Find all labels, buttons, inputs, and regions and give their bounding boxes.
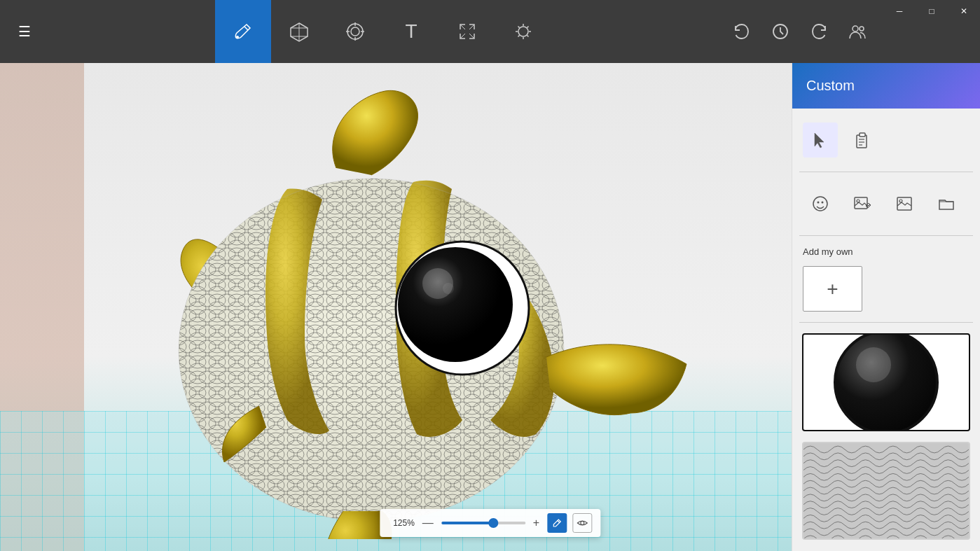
scales-texture-preview — [803, 442, 969, 540]
svg-point-26 — [853, 26, 858, 32]
people-icon — [848, 22, 867, 41]
zoom-track[interactable] — [441, 522, 525, 524]
hamburger-icon: ☰ — [18, 23, 31, 40]
selection-icon — [345, 21, 366, 42]
add-icon: + — [827, 278, 838, 300]
svg-point-16 — [518, 27, 528, 36]
action-group — [724, 11, 875, 53]
image-edit-button[interactable] — [845, 186, 880, 221]
svg-line-22 — [527, 35, 528, 36]
pencil-icon — [552, 518, 562, 528]
selection-tool-button[interactable] — [327, 0, 383, 63]
svg-point-7 — [351, 27, 359, 36]
history-button[interactable] — [763, 11, 798, 53]
panel-header: Custom — [792, 63, 980, 109]
svg-point-6 — [347, 24, 363, 39]
panel-icon-row-1 — [799, 116, 973, 165]
menu-button[interactable]: ☰ — [7, 0, 42, 63]
effects-tool-button[interactable] — [495, 0, 551, 63]
canvas-area: Custom — [0, 63, 980, 551]
tool-group: T — [42, 0, 724, 63]
svg-point-57 — [581, 522, 584, 525]
resize-tool-button[interactable] — [439, 0, 495, 63]
divider-3 — [799, 322, 973, 323]
cursor-icon — [811, 131, 829, 149]
divider-2 — [799, 235, 973, 236]
scales-texture-item[interactable] — [802, 442, 970, 540]
undo-icon — [733, 22, 751, 41]
minimize-button[interactable]: ─ — [883, 0, 916, 22]
svg-rect-51 — [855, 197, 867, 209]
close-button[interactable]: ✕ — [948, 0, 980, 22]
brush-tool-button[interactable] — [215, 0, 271, 63]
zoom-track-fill — [441, 522, 493, 524]
eye-texture-item[interactable] — [802, 333, 970, 431]
svg-point-49 — [817, 202, 820, 204]
svg-point-27 — [860, 27, 864, 31]
zoom-minus-button[interactable]: — — [420, 517, 436, 529]
history-icon — [771, 22, 789, 41]
panel-content: Add my own + — [792, 109, 980, 551]
people-button[interactable] — [840, 11, 875, 53]
eye-icon — [577, 519, 588, 527]
svg-line-14 — [460, 34, 465, 39]
3d-objects-tool-button[interactable] — [271, 0, 327, 63]
right-panel: Custom — [792, 63, 980, 551]
undo-button[interactable] — [724, 11, 759, 53]
panel-title: Custom — [806, 78, 855, 94]
add-texture-button[interactable]: + — [803, 266, 862, 312]
divider-1 — [799, 172, 973, 172]
effects-icon — [513, 21, 534, 42]
text-tool-button[interactable]: T — [383, 0, 439, 63]
zoom-bar: 125% — + — [380, 509, 600, 537]
eye-texture-preview — [834, 333, 939, 431]
fish-3d-model[interactable] — [70, 77, 701, 551]
zoom-value: 125% — [388, 518, 415, 528]
svg-line-23 — [527, 27, 528, 28]
maximize-button[interactable]: □ — [916, 0, 948, 22]
paste-tool-button[interactable] — [845, 123, 880, 158]
zoom-eye-button[interactable] — [572, 513, 592, 533]
text-icon: T — [405, 20, 417, 43]
svg-line-56 — [558, 521, 560, 523]
sticker-button[interactable] — [803, 186, 838, 221]
sticker-icon — [811, 195, 829, 213]
panel-icon-row-2 — [799, 179, 973, 228]
add-own-label: Add my own — [799, 243, 973, 263]
svg-rect-44 — [860, 133, 865, 137]
redo-icon — [810, 22, 828, 41]
zoom-plus-button[interactable]: + — [531, 517, 541, 529]
3d-icon — [289, 21, 310, 42]
brush-icon — [233, 21, 254, 42]
image-icon — [895, 195, 913, 213]
svg-point-54 — [899, 200, 902, 202]
folder-button[interactable] — [929, 186, 964, 221]
svg-line-24 — [518, 35, 520, 36]
svg-point-42 — [443, 283, 454, 294]
svg-point-1 — [236, 36, 239, 39]
svg-line-13 — [469, 25, 474, 29]
image-button[interactable] — [887, 186, 922, 221]
title-bar: ─ □ ✕ — [883, 0, 980, 22]
svg-point-40 — [398, 247, 513, 362]
image-edit-icon — [853, 195, 871, 213]
svg-point-50 — [822, 202, 824, 204]
folder-icon — [937, 195, 955, 213]
svg-line-12 — [460, 25, 465, 29]
cursor-tool-button[interactable] — [803, 123, 838, 158]
scene-background — [0, 63, 792, 551]
resize-icon — [457, 21, 478, 42]
paste-icon — [853, 131, 871, 149]
zoom-thumb[interactable] — [488, 518, 498, 528]
fish-svg — [70, 77, 701, 539]
redo-button[interactable] — [801, 11, 836, 53]
toolbar: ☰ — [0, 0, 980, 63]
svg-line-0 — [244, 27, 248, 30]
svg-line-15 — [469, 34, 474, 39]
svg-line-21 — [518, 27, 520, 28]
zoom-edit-button[interactable] — [547, 513, 567, 533]
svg-point-52 — [857, 200, 860, 202]
